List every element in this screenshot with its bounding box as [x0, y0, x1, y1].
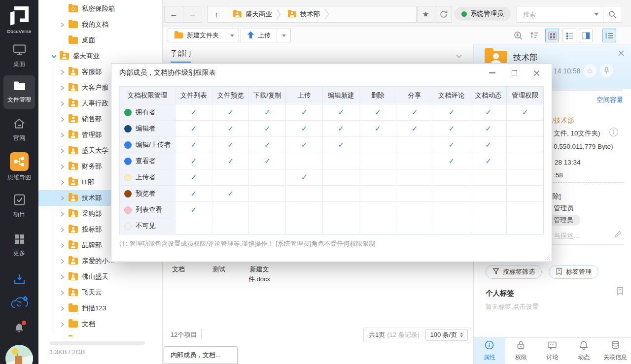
up-button[interactable]: ↑	[208, 6, 226, 22]
resize-handle-icon[interactable]	[545, 255, 550, 260]
tree-item[interactable]: 文档	[38, 316, 162, 332]
section-header[interactable]: 子部门	[163, 44, 473, 63]
file-item-label[interactable]: 文档	[164, 265, 193, 274]
perm-cell	[285, 218, 322, 234]
folder-icon	[69, 273, 78, 280]
docuverse-logo[interactable]: DocuVerse	[7, 4, 31, 34]
minimize-button[interactable]	[481, 64, 503, 82]
role-color-dot	[124, 174, 132, 181]
download-icon[interactable]	[13, 273, 26, 287]
tree-item[interactable]: 飞天云	[38, 285, 162, 300]
chevron-right-icon	[60, 259, 68, 264]
description-placeholder[interactable]: 当描述...	[554, 232, 579, 240]
edit-pencil-icon[interactable]	[614, 230, 622, 240]
search-input[interactable]	[517, 11, 589, 18]
check-icon: ✓	[191, 124, 197, 133]
folder-icon	[69, 210, 78, 217]
details-panel-toggle[interactable]	[602, 29, 616, 42]
close-panel-icon[interactable]	[618, 50, 625, 59]
capacity-link[interactable]: 空间容量	[596, 96, 623, 104]
forward-button[interactable]: →	[183, 6, 202, 23]
perm-cell	[285, 186, 322, 201]
folder-icon	[60, 53, 69, 60]
perm-role-label: 编辑/上传者	[136, 140, 171, 149]
info-icon[interactable]	[609, 127, 619, 139]
check-icon: ✓	[412, 108, 418, 117]
breadcrumb: ↑ 盛天商业技术部	[207, 6, 417, 23]
favorite-button[interactable]: ★	[417, 6, 434, 23]
perm-cell: ✓	[248, 153, 285, 169]
cloud-sync-icon[interactable]	[10, 296, 29, 312]
perm-cell	[396, 169, 433, 185]
breadcrumb-item[interactable]: 盛天商业	[226, 6, 276, 22]
tab-activity[interactable]: 动态	[568, 338, 599, 364]
search-scope-caret-icon[interactable]	[595, 13, 598, 16]
sidebar-item-label: 文件管理	[7, 96, 31, 104]
tree-item[interactable]: 扫描123	[38, 300, 162, 316]
user-avatar[interactable]	[5, 345, 33, 364]
refresh-button[interactable]	[435, 6, 452, 23]
sidebar-item-website[interactable]: 官网	[3, 118, 35, 142]
breadcrumb-item[interactable]: 技术部	[281, 6, 324, 22]
pin-icon[interactable]	[600, 64, 613, 77]
search-button[interactable]	[603, 6, 622, 22]
notification-dot	[22, 321, 26, 325]
tag-manage-button[interactable]: 标签管理	[549, 265, 598, 279]
zoom-icon[interactable]	[514, 31, 523, 40]
sidebar-item-mindmap[interactable]: 思维导图	[3, 152, 35, 182]
perm-cell	[433, 186, 470, 201]
sidebar-item-label: 桌面	[13, 60, 25, 68]
sidebar-item-projects[interactable]: 项目	[3, 194, 35, 219]
chevron-right-icon	[60, 101, 68, 106]
favorite-star-icon[interactable]: ☆	[583, 64, 596, 77]
grid-view-button[interactable]	[545, 29, 559, 42]
tree-item[interactable]: 我的文档	[38, 17, 162, 33]
tree-item[interactable]: 盛天商业	[38, 48, 162, 64]
perm-cell	[359, 153, 396, 169]
tree-item[interactable]: 桌面	[38, 33, 162, 48]
back-button[interactable]: ←	[164, 6, 183, 23]
perm-role-label: 不可见	[136, 222, 156, 231]
sidebar-item-more[interactable]: 更多	[3, 233, 35, 258]
folder-icon	[13, 80, 26, 93]
upload-dropdown[interactable]	[277, 29, 290, 42]
bookmark-icon[interactable]	[616, 287, 624, 298]
tree-item[interactable]: 佛山盛天	[38, 269, 162, 285]
tab-discuss[interactable]: 讨论	[537, 338, 568, 364]
new-folder-button[interactable]: 新建文件夹	[168, 29, 225, 42]
folder-icon	[233, 11, 242, 17]
tab-props[interactable]: 属性	[474, 338, 505, 364]
funnel-icon	[492, 268, 499, 276]
tab-label: 关联信息	[603, 353, 627, 362]
perm-cell: ✓	[322, 137, 359, 153]
caret-down-icon	[282, 34, 286, 37]
new-folder-dropdown[interactable]	[225, 29, 239, 42]
close-button[interactable]	[526, 64, 548, 82]
sidebar-item-desktop[interactable]: 桌面	[3, 44, 35, 68]
tab-perms[interactable]: 权限	[505, 338, 537, 364]
pagination: 共1页 (12 条记录) 100 条/页	[363, 328, 471, 342]
sort-icon[interactable]	[529, 31, 539, 39]
personal-tags-empty[interactable]: 暂无标签,点击设置	[486, 302, 539, 311]
page-size-select[interactable]: 100 条/页	[425, 329, 468, 341]
perm-row: 编辑者✓✓✓✓✓✓✓✓✓	[120, 120, 543, 136]
notification-bell-icon[interactable]	[13, 322, 25, 336]
column-view-button[interactable]	[579, 29, 593, 42]
app-root: DocuVerse 桌面文件管理官网思维导图项目更多 私密保险箱我的文档桌面盛天…	[0, 0, 631, 364]
minimize-icon	[489, 72, 495, 73]
minimized-window-item[interactable]: 内部成员，文档...	[164, 346, 238, 364]
filter-by-tag-button[interactable]: 按标签筛选	[486, 265, 542, 279]
chevron-right-icon	[60, 290, 68, 296]
file-item-label[interactable]: 新建文件.docx	[247, 265, 271, 284]
maximize-button[interactable]	[503, 64, 526, 82]
user-badge[interactable]: 系统管理员	[455, 7, 511, 21]
perm-cell: ✓	[322, 104, 359, 120]
collapse-chevron-icon[interactable]	[456, 52, 462, 61]
tree-item[interactable]: 私密保险箱	[38, 1, 162, 17]
upload-button[interactable]: 上传	[241, 29, 277, 42]
tab-related[interactable]: 关联信息	[599, 338, 631, 364]
list-view-button[interactable]	[562, 29, 576, 42]
perm-cell: ✓	[470, 137, 507, 153]
file-item-label[interactable]: 测试	[204, 265, 234, 274]
sidebar-item-files[interactable]: 文件管理	[3, 75, 35, 109]
